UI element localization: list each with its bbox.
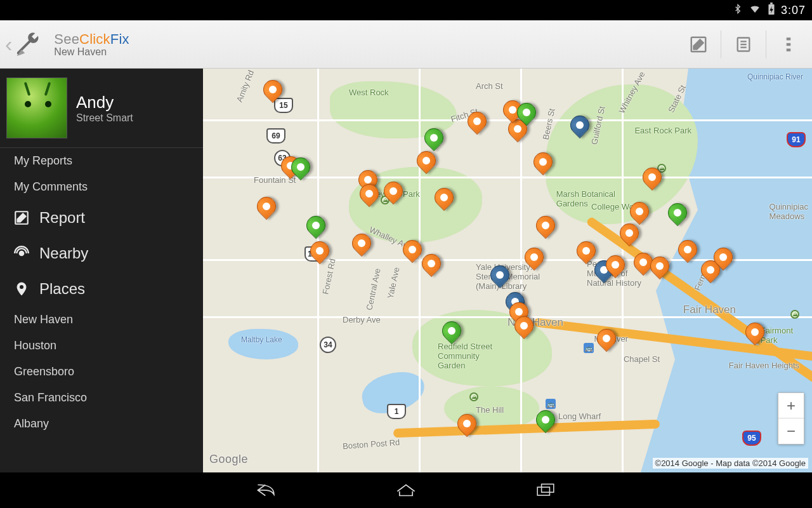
back-icon[interactable]: ‹ bbox=[5, 32, 13, 57]
sidebar-label: New Haven bbox=[14, 313, 73, 326]
park-poi-icon: ⛰ bbox=[469, 392, 478, 401]
app-title: SeeClickFix bbox=[54, 31, 129, 48]
map-road bbox=[203, 119, 812, 121]
map[interactable]: West Rock Edgewood Park East Rock Park C… bbox=[203, 69, 812, 472]
bluetooth-icon bbox=[733, 3, 743, 18]
broadcast-icon bbox=[13, 244, 30, 262]
compose-icon bbox=[13, 209, 30, 227]
profile-tagline: Street Smart bbox=[76, 112, 133, 124]
sidebar-label: Greensboro bbox=[14, 365, 74, 378]
overflow-menu-button[interactable] bbox=[770, 26, 807, 63]
svg-rect-13 bbox=[537, 487, 549, 495]
zoom-control: + − bbox=[778, 392, 804, 444]
sidebar-place-item[interactable]: San Francisco bbox=[0, 385, 203, 411]
sidebar-label: Nearby bbox=[39, 244, 88, 262]
avatar bbox=[6, 77, 67, 138]
sidebar-item-my-comments[interactable]: My Comments bbox=[0, 174, 203, 200]
battery-icon bbox=[767, 3, 776, 18]
sidebar-label: My Reports bbox=[14, 154, 72, 168]
android-status-bar: 3:07 bbox=[0, 0, 812, 20]
svg-point-12 bbox=[20, 285, 23, 289]
sidebar-label: Albany bbox=[14, 417, 49, 431]
sidebar-item-places[interactable]: Places bbox=[0, 271, 203, 307]
profile-block[interactable]: Andy Street Smart bbox=[0, 69, 203, 148]
wifi-icon bbox=[748, 3, 762, 18]
transit-icon: 🚌 bbox=[546, 399, 556, 409]
svg-point-11 bbox=[20, 251, 24, 256]
nav-recents-button[interactable] bbox=[533, 478, 558, 503]
app-logo-icon[interactable] bbox=[13, 29, 50, 60]
brand-see: See bbox=[54, 31, 79, 47]
sidebar: Andy Street Smart My Reports My Comments… bbox=[0, 69, 203, 472]
header-divider bbox=[721, 30, 721, 58]
status-time: 3:07 bbox=[781, 4, 806, 17]
svg-rect-7 bbox=[787, 37, 791, 40]
park-poi-icon: ⛰ bbox=[790, 310, 799, 319]
profile-name: Andy bbox=[76, 93, 133, 112]
app-header: ‹ SeeClickFix New Haven bbox=[0, 20, 812, 69]
android-nav-bar bbox=[0, 472, 812, 508]
map-road bbox=[203, 177, 812, 178]
zoom-out-button[interactable]: − bbox=[778, 418, 804, 444]
nav-back-button[interactable] bbox=[254, 478, 279, 503]
sidebar-label: Report bbox=[39, 209, 85, 227]
list-button[interactable] bbox=[725, 26, 762, 63]
sidebar-item-nearby[interactable]: Nearby bbox=[0, 236, 203, 271]
app-subtitle: New Haven bbox=[54, 46, 129, 58]
compose-button[interactable] bbox=[680, 26, 717, 63]
sidebar-label: Houston bbox=[14, 339, 56, 352]
sidebar-label: My Comments bbox=[14, 180, 88, 194]
brand-click: Click bbox=[79, 31, 110, 47]
sidebar-item-my-reports[interactable]: My Reports bbox=[0, 148, 203, 174]
sidebar-label: Places bbox=[39, 280, 85, 298]
sidebar-label: San Francisco bbox=[14, 391, 87, 404]
map-attribution: ©2014 Google - Map data ©2014 Google bbox=[653, 458, 808, 469]
sidebar-place-item[interactable]: Greensboro bbox=[0, 359, 203, 385]
nav-home-button[interactable] bbox=[393, 478, 419, 503]
sidebar-place-item[interactable]: New Haven bbox=[0, 307, 203, 333]
map-road bbox=[419, 69, 421, 472]
svg-rect-14 bbox=[542, 484, 554, 492]
map-road bbox=[317, 69, 319, 472]
google-logo: Google bbox=[209, 453, 248, 466]
header-divider bbox=[766, 30, 766, 58]
svg-rect-1 bbox=[770, 3, 773, 4]
sidebar-item-report[interactable]: Report bbox=[0, 200, 203, 236]
sidebar-place-item[interactable]: Albany bbox=[0, 411, 203, 437]
app-title-block[interactable]: SeeClickFix New Haven bbox=[54, 31, 129, 58]
sidebar-place-item[interactable]: Houston bbox=[0, 333, 203, 359]
svg-rect-9 bbox=[787, 48, 791, 51]
brand-fix: Fix bbox=[110, 31, 129, 47]
pin-icon bbox=[13, 280, 30, 298]
transit-icon: 🚌 bbox=[584, 343, 594, 353]
zoom-in-button[interactable]: + bbox=[778, 393, 804, 418]
svg-rect-8 bbox=[787, 43, 791, 45]
